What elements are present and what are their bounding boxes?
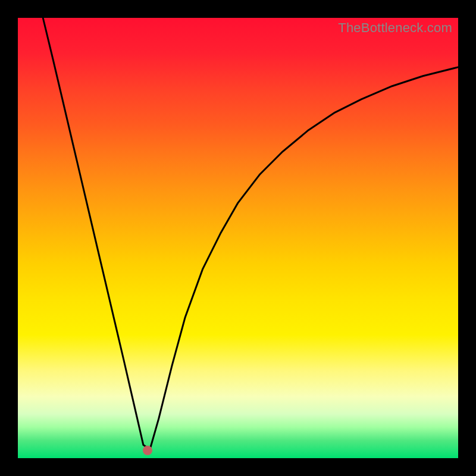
chart-frame: TheBottleneck.com	[0, 0, 476, 476]
bottleneck-curve-path	[43, 18, 458, 449]
optimal-marker	[143, 446, 152, 455]
plot-area: TheBottleneck.com	[18, 18, 458, 458]
curve-svg	[18, 18, 458, 458]
